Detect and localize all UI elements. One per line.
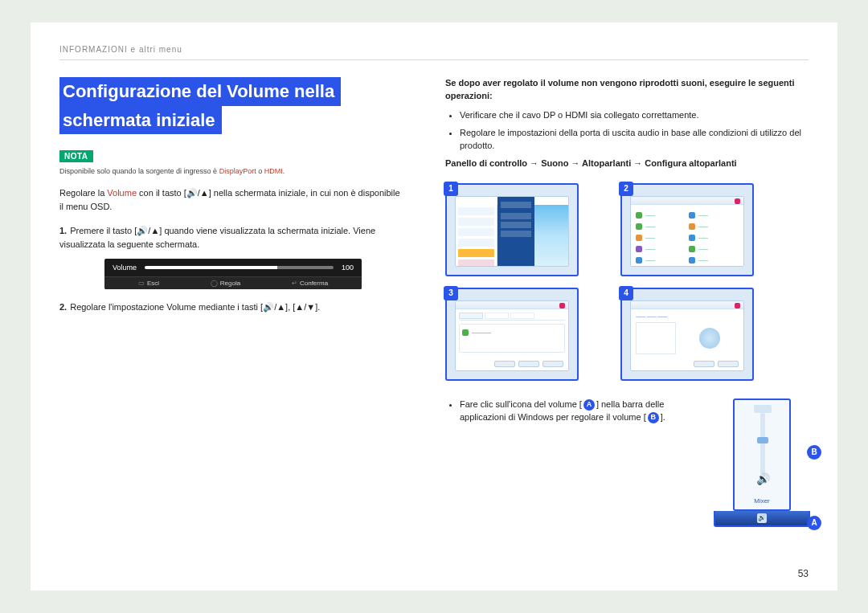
steps-list: 1.Premere il tasto [🔊/▲] quando viene vi… bbox=[59, 224, 405, 251]
page-number: 53 bbox=[798, 568, 809, 579]
slider-thumb bbox=[757, 437, 768, 443]
troubleshoot-list: Verificare che il cavo DP o HDMI sia col… bbox=[460, 109, 810, 170]
ref-a-inline: A bbox=[583, 399, 595, 411]
panel-badge-2: 2 bbox=[619, 182, 633, 196]
bullet-path: Panello di controllo → Suono → Altoparla… bbox=[445, 157, 810, 170]
bottom-area: Fare clic sull'icona del volume [A] nell… bbox=[445, 398, 810, 527]
taskbar-volume-icon: 🔊 bbox=[757, 513, 767, 523]
page-title-line1: Configurazione del Volume nella bbox=[59, 77, 341, 106]
panel-badge-4: 4 bbox=[619, 286, 633, 300]
volume-slider bbox=[760, 413, 765, 477]
breadcrumb: INFORMAZIONI e altri menu bbox=[59, 45, 182, 54]
manual-page: INFORMAZIONI e altri menu Configurazione… bbox=[31, 22, 837, 591]
step-1: 1.Premere il tasto [🔊/▲] quando viene vi… bbox=[59, 224, 405, 251]
osd-exit: ▭Esci bbox=[138, 280, 159, 287]
step-2: 2.Regolare l'impostazione Volume mediant… bbox=[59, 300, 405, 314]
right-intro: Se dopo aver regolato il volume non veng… bbox=[445, 77, 810, 103]
ref-label-a: A bbox=[807, 516, 821, 530]
bullet-check-cable: Verificare che il cavo DP o HDMI sia col… bbox=[460, 109, 810, 122]
volume-osd-figure: Volume 100 ▭Esci ◯Regola ↵Conferma bbox=[104, 259, 362, 289]
speaker-icon: 🔊 bbox=[755, 472, 770, 487]
screenshot-grid: 1 bbox=[445, 183, 810, 381]
volume-flyout-figure: 🔊 Mixer 🔊 B A bbox=[714, 398, 810, 527]
bullet-audio-port: Regolare le impostazioni della porta di … bbox=[460, 127, 810, 153]
osd-volume-bar bbox=[145, 266, 334, 269]
volume-icon-instruction: Fare clic sull'icona del volume [A] nell… bbox=[460, 398, 699, 424]
ref-b-inline: B bbox=[648, 412, 659, 423]
steps-list-2: 2.Regolare l'impostazione Volume mediant… bbox=[59, 300, 405, 314]
screenshot-3-sound-dialog: 3 ———— bbox=[445, 288, 579, 381]
panel-badge-1: 1 bbox=[444, 182, 458, 196]
osd-volume-value: 100 bbox=[342, 264, 354, 272]
osd-volume-label: Volume bbox=[113, 264, 137, 272]
panel-badge-3: 3 bbox=[444, 286, 458, 300]
note-badge: NOTA bbox=[59, 150, 93, 162]
intro-text: Regolare la Volume con il tasto [🔊/▲] ne… bbox=[59, 186, 405, 213]
right-column: Se dopo aver regolato il volume non veng… bbox=[445, 77, 810, 527]
page-title-line2: schermata iniziale bbox=[59, 106, 222, 135]
left-column: Configurazione del Volume nella schermat… bbox=[59, 77, 405, 322]
ref-label-b: B bbox=[807, 445, 821, 460]
taskbar: 🔊 bbox=[714, 511, 810, 527]
availability-note: Disponibile solo quando la sorgente di i… bbox=[59, 167, 405, 175]
mixer-link: Mixer bbox=[735, 497, 789, 505]
header-divider bbox=[59, 59, 809, 60]
screenshot-4-speaker-setup: 4 —— —— —— bbox=[620, 288, 754, 381]
screenshot-2-control-panel: 2 —— —— —— —— —— —— —— —— —— —— bbox=[620, 183, 754, 276]
osd-adjust: ◯Regola bbox=[211, 280, 240, 287]
osd-confirm: ↵Conferma bbox=[292, 280, 328, 287]
screenshot-1-start-menu: 1 bbox=[445, 183, 579, 276]
